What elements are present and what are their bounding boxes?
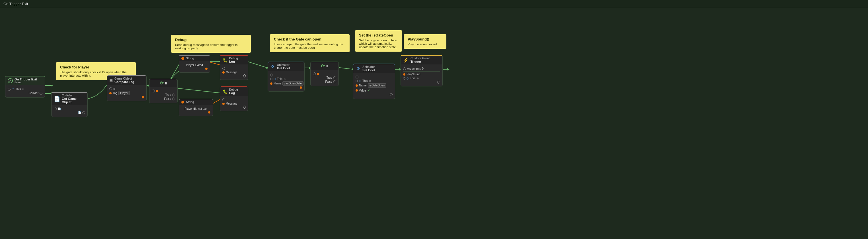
node-custom-event: ⚡ Custom Event Trigger Arguments 0 PlayS… xyxy=(401,55,443,86)
node-debug2-subheader: Log xyxy=(229,91,238,95)
port-agb-name xyxy=(270,82,273,85)
node-debug-log-1: 🐛 Debug Log Message xyxy=(220,55,248,80)
port-ct-obj: ⊞ xyxy=(113,87,116,90)
this-circle-1: ⊙ xyxy=(283,78,286,80)
doc-icon: 📄 xyxy=(54,96,60,102)
node-custom-subheader: Trigger xyxy=(410,60,430,63)
node-debug-log-2: 🐛 Debug Log Message xyxy=(220,86,248,111)
debug-icon-2: 🐛 xyxy=(222,89,227,94)
node-on-trigger-exit: ✕ On Trigger Exit Event ⬡ This ⊙ Collide… xyxy=(5,76,45,98)
string-icon-2 xyxy=(181,101,184,104)
string-value-1: Player Exited xyxy=(186,63,203,67)
port-str2-out xyxy=(208,111,210,113)
label-message-1: Message xyxy=(226,71,238,74)
port-agb-flow xyxy=(270,74,273,76)
label-this-ce: This xyxy=(410,77,415,80)
port-cgo-out xyxy=(82,111,85,114)
port-ce-playsound xyxy=(403,73,405,76)
port-dbg1-in xyxy=(222,67,225,70)
port-agb-this-empty xyxy=(270,78,273,80)
port-agb-out xyxy=(300,86,302,89)
port-dbg1-msg xyxy=(222,71,225,74)
comment-debug-text: Send debug message to ensure the trigger… xyxy=(175,43,247,50)
event-icon: ✕ xyxy=(8,78,13,83)
node-string-exited: String Player Exited xyxy=(179,55,210,73)
node-if1-label: If xyxy=(165,82,167,85)
port-if1-flow-in xyxy=(152,89,155,92)
node-collider-label: Collider xyxy=(62,94,85,97)
label-string-2: String xyxy=(186,100,194,104)
name-value-1: canOpenGate xyxy=(282,81,304,85)
node-if-1: ⟳ If True False xyxy=(149,79,178,103)
port-asb-value xyxy=(355,89,358,91)
port-if1-cond xyxy=(156,90,158,92)
port-dbg1-out xyxy=(243,74,246,77)
label-this-2: This xyxy=(363,79,368,82)
label-name-1: Name xyxy=(274,82,281,85)
name-value-2: isGateOpen xyxy=(368,83,386,87)
port-cgo-in xyxy=(54,108,57,110)
label-collider: Collider xyxy=(29,91,38,95)
string-icon-1 xyxy=(181,57,184,60)
port-asb-this-empty xyxy=(355,80,358,82)
if-icon: ⟳ xyxy=(160,80,163,86)
node-compare-tag: ⊞ Game Object Compare Tag ⊞ Tag Player xyxy=(107,75,147,101)
node-anim1-subheader: Get Bool xyxy=(277,67,290,70)
animator-icon-1: ⟳ xyxy=(270,64,275,69)
custom-event-icon: ⚡ xyxy=(403,57,409,63)
label-true-2: True xyxy=(327,76,332,79)
animator-icon-2: ⟳ xyxy=(355,66,361,71)
label-name-2: Name xyxy=(359,84,367,87)
comment-set-gate: Set the isGateOpen Set the is gate open … xyxy=(355,30,402,52)
node-anim1-header: Animator xyxy=(277,63,290,67)
port-if2-flow-in xyxy=(313,73,316,75)
comment-check-player-title: Check for Player xyxy=(60,65,132,69)
port-ce-out xyxy=(437,81,440,84)
node-collider-sublabel: Get Game Object xyxy=(62,97,85,104)
port-asb-name xyxy=(355,84,358,87)
port-asb-flow xyxy=(355,76,359,78)
args-value: 0 xyxy=(422,67,424,70)
comment-playsound-title: PlaySound() xyxy=(408,37,442,42)
comment-debug-title: Debug xyxy=(175,38,247,42)
this-circle-2: ⊙ xyxy=(369,80,371,82)
doc-icon3: 📄 xyxy=(78,111,81,114)
comment-set-gate-title: Set the isGateOpen xyxy=(359,33,398,37)
doc-icon2: 📄 xyxy=(58,108,61,110)
node-animator-setbool: ⟳ Animator Set Bool ⬡ This ⊙ Name isGate… xyxy=(353,63,395,99)
svg-line-6 xyxy=(248,61,268,68)
label-message-2: Message xyxy=(226,102,238,105)
comment-gate-text: If we can open the gate the and we are e… xyxy=(274,43,346,49)
node-debug1-header: Debug xyxy=(229,57,238,60)
node-anim2-subheader: Set Bool xyxy=(363,69,375,72)
this-icon-1: ⬡ xyxy=(274,78,276,80)
node-event-sublabel: Event xyxy=(14,81,37,84)
if-icon-2: ⟳ xyxy=(321,63,324,69)
node-if-2: ⟳ If True False xyxy=(310,61,339,86)
port-str1-out xyxy=(205,68,208,70)
this-circle-ce: ⊙ xyxy=(416,77,419,80)
port-if1-true xyxy=(172,94,175,97)
debug-icon-1: 🐛 xyxy=(222,58,227,63)
port-this-circle: ⊙ xyxy=(22,88,24,91)
label-tag: Tag xyxy=(113,91,117,95)
port-if2-false xyxy=(333,80,336,83)
label-this-text: This xyxy=(16,87,21,91)
this-icon-ce: ⬡ xyxy=(406,77,409,80)
string-value-2: Player did not exit xyxy=(184,107,207,110)
port-ct-out xyxy=(142,96,144,98)
check-icon: ✓ xyxy=(367,88,370,92)
label-value: Value xyxy=(359,89,366,92)
port-if2-true xyxy=(333,76,336,79)
label-args: Arguments xyxy=(407,67,421,70)
node-custom-header: Custom Event xyxy=(410,57,430,60)
comment-playsound: PlaySound() Play the sound event. xyxy=(404,34,446,49)
node-comparetag-header: Game Object xyxy=(115,77,134,80)
svg-marker-1 xyxy=(51,84,53,87)
title-bar: On Trigger Exit xyxy=(0,0,868,8)
label-true: True xyxy=(165,93,171,97)
port-dbg2-msg xyxy=(222,103,225,105)
port-asb-out xyxy=(390,93,393,96)
node-if2-label: If xyxy=(326,64,328,68)
port-dbg2-in xyxy=(222,98,225,101)
